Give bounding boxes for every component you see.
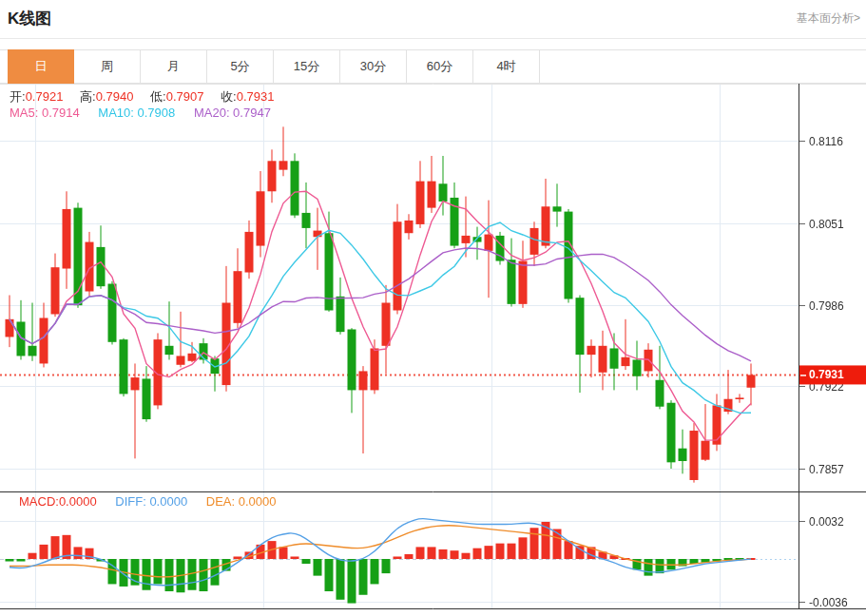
tab-30min[interactable]: 30分 (340, 50, 407, 83)
page-title: K线图 (8, 8, 51, 29)
timeframe-tab-bar: 日 周 月 5分 15分 30分 60分 4时 (0, 49, 866, 84)
tab-5min[interactable]: 5分 (207, 50, 274, 83)
tab-monthly[interactable]: 月 (141, 50, 207, 83)
tab-4hour[interactable]: 4时 (473, 50, 540, 83)
tab-daily[interactable]: 日 (8, 49, 74, 84)
kline-page: { "header": { "title": "K线图", "link": "基… (0, 0, 866, 616)
tab-60min[interactable]: 60分 (407, 50, 473, 83)
tab-weekly[interactable]: 周 (74, 50, 141, 83)
kline-chart-canvas[interactable] (0, 84, 866, 609)
header-divider (0, 38, 866, 39)
fundamental-analysis-link[interactable]: 基本面分析> (797, 10, 860, 27)
tab-15min[interactable]: 15分 (274, 50, 340, 83)
